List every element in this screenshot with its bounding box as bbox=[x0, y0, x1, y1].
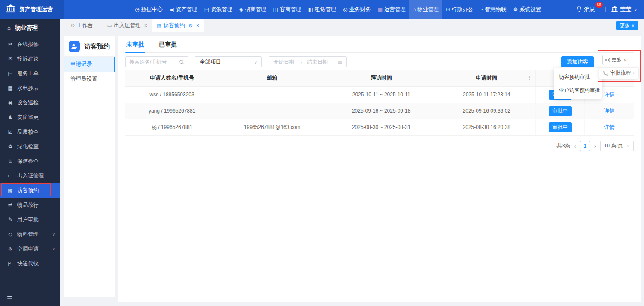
nav-asset-mgmt[interactable]: ▣资产管理 bbox=[166, 0, 200, 19]
close-icon[interactable]: × bbox=[144, 22, 148, 29]
top-nav: 资产管理运营 ◷数据中心 ▣资产管理 ▤资源管理 ◈招商管理 ◫客商管理 ◧租赁… bbox=[0, 0, 644, 19]
sort-control[interactable]: ▲ ▼ bbox=[528, 76, 531, 81]
sidebar-item-equipment-inspection[interactable]: ◉设备巡检 bbox=[0, 95, 60, 110]
nav-investment-mgmt[interactable]: ◈招商管理 bbox=[236, 0, 270, 19]
cell-visit-time: 2025-09-16 ~ 2025-09-18 bbox=[325, 103, 437, 119]
page-size-select[interactable]: 10 条/页 ∨ bbox=[600, 141, 634, 151]
end-date-placeholder: 结束日期 bbox=[307, 58, 328, 66]
chevron-right-icon: › bbox=[633, 71, 634, 76]
nav-system-settings[interactable]: ⚙系统设置 bbox=[510, 0, 544, 19]
lease-mgmt-icon: ◧ bbox=[308, 6, 313, 12]
sidebar-item-greening-inspection[interactable]: ✿绿化检查 bbox=[0, 139, 60, 154]
approval-flow-menu-item[interactable]: 审批流程 › bbox=[599, 67, 639, 79]
tab-pending-approval[interactable]: 未审批 bbox=[125, 38, 145, 52]
col-header-apply-time: 申请时间 ▲ ▼ bbox=[437, 70, 536, 86]
messages-button[interactable]: 消息 66 bbox=[576, 6, 595, 13]
visitor-tab-icon: ▧ bbox=[157, 23, 161, 28]
nav-data-center[interactable]: ◷数据中心 bbox=[131, 0, 166, 19]
more-actions-button[interactable]: 更多 ∨ bbox=[602, 55, 629, 65]
greening-icon: ✿ bbox=[7, 144, 13, 150]
sidebar-item-material-management[interactable]: ◇物料管理∨ bbox=[0, 227, 60, 242]
cell-apply-time: 2025-08-30 16:20:38 bbox=[437, 119, 536, 135]
open-tabs-bar: ⊙ 工作台 ▭ 出入证管理 × ▧ 访客预约 ↻ × 更多 ∨ bbox=[60, 19, 644, 32]
submenu-item-visitor-approval[interactable]: 访客预约审批 bbox=[554, 70, 602, 84]
menu-item-admin-settings[interactable]: 管理员设置 bbox=[64, 72, 115, 87]
cell-actions: 详情 bbox=[584, 103, 634, 119]
next-page-button[interactable]: › bbox=[594, 143, 596, 150]
sidebar-item-online-repair[interactable]: ✂在线报修 bbox=[0, 37, 60, 52]
cell-apply-time: 2025-10-11 17:23:14 bbox=[437, 86, 536, 103]
sidebar-footer: ☰ bbox=[0, 290, 60, 306]
repair-icon: ✂ bbox=[7, 41, 13, 47]
sidebar-item-ac-application[interactable]: ❄空调申请∨ bbox=[0, 242, 60, 256]
merchant-mgmt-icon: ◫ bbox=[273, 6, 278, 12]
cell-actions: 详情 bbox=[584, 119, 634, 135]
approval-tabs: 未审批 已审批 bbox=[125, 38, 634, 53]
material-icon: ◇ bbox=[7, 231, 13, 237]
sidebar-item-security-patrol[interactable]: ♟安防巡更 bbox=[0, 110, 60, 125]
details-link[interactable]: 详情 bbox=[604, 124, 614, 130]
sidebar-item-courier-collection[interactable]: ◰快递代收 bbox=[0, 256, 60, 271]
admin-office-icon: ⊡ bbox=[446, 6, 450, 12]
cell-applicant: yang / 19965267881 bbox=[125, 103, 219, 119]
menu-item-application-records[interactable]: 申请记录 bbox=[64, 57, 115, 72]
tabs-more-button[interactable]: 更多 ∨ bbox=[616, 21, 638, 30]
search-button[interactable] bbox=[176, 57, 188, 67]
approval-flow-submenu: 访客预约审批 业户访客预约审批 bbox=[554, 68, 602, 99]
status-badge: 审批中 bbox=[549, 106, 572, 116]
tab-approved[interactable]: 已审批 bbox=[158, 38, 178, 52]
tab-visitor-reservation[interactable]: ▧ 访客预约 ↻ × bbox=[152, 19, 204, 32]
sidebar-item-pass-management[interactable]: ▭出入证管理 bbox=[0, 168, 60, 183]
property-mgmt-icon: ⌂ bbox=[413, 6, 416, 12]
close-icon[interactable]: × bbox=[196, 22, 200, 29]
nav-finance[interactable]: ◎业务财务 bbox=[340, 0, 374, 19]
app-logo[interactable]: 资产管理运营 bbox=[0, 0, 64, 19]
nav-lease-mgmt[interactable]: ◧租赁管理 bbox=[305, 0, 340, 19]
sidebar-item-service-ticket[interactable]: ▤服务工单 bbox=[0, 66, 60, 81]
nav-merchant-mgmt[interactable]: ◫客商管理 bbox=[270, 0, 304, 19]
bank-logo-icon bbox=[6, 4, 15, 15]
sidebar-item-goods-release[interactable]: ⇄物品放行 bbox=[0, 198, 60, 212]
tab-pass-management[interactable]: ▭ 出入证管理 × bbox=[103, 19, 152, 32]
sidebar-item-complaints[interactable]: ✉投诉建议 bbox=[0, 52, 60, 66]
cell-email bbox=[219, 86, 325, 103]
complaint-icon: ✉ bbox=[7, 56, 13, 62]
sidebar-item-meter-reading[interactable]: ▦水电抄表 bbox=[0, 81, 60, 95]
data-center-icon: ◷ bbox=[135, 6, 139, 12]
equipment-icon: ◉ bbox=[7, 100, 13, 106]
search-input[interactable] bbox=[126, 57, 176, 67]
nav-smart-iot[interactable]: ◔智慧物联 bbox=[477, 0, 510, 19]
cleaning-icon: ♨ bbox=[7, 158, 13, 164]
details-link[interactable]: 详情 bbox=[604, 92, 614, 98]
page-number-button[interactable]: 1 bbox=[580, 141, 590, 151]
start-date-placeholder: 开始日期 bbox=[273, 58, 294, 66]
submenu-item-tenant-visitor-approval[interactable]: 业户访客预约审批 bbox=[554, 84, 602, 97]
user-menu[interactable]: 莹莹 ∨ bbox=[611, 6, 637, 13]
date-range-picker[interactable]: 开始日期 → 结束日期 ▦ bbox=[269, 56, 347, 67]
panel-header: 访客预约 bbox=[64, 36, 115, 57]
filter-bar: 全部项目 ∨ 开始日期 → 结束日期 ▦ 添加访客 bbox=[125, 56, 634, 67]
nav-admin-office[interactable]: ⊡行政办公 bbox=[442, 0, 477, 19]
sidebar-header-property-mgmt[interactable]: ⌂ 物业管理 bbox=[0, 19, 60, 37]
sidebar-menu: ✂在线报修 ✉投诉建议 ▤服务工单 ▦水电抄表 ◉设备巡检 ♟安防巡更 ☑品质核… bbox=[0, 37, 60, 290]
tab-workbench[interactable]: ⊙ 工作台 bbox=[66, 19, 98, 32]
refresh-icon[interactable]: ↻ bbox=[188, 23, 193, 29]
sidebar-item-quality-check[interactable]: ☑品质核查 bbox=[0, 125, 60, 139]
sidebar-item-user-approval[interactable]: ✎用户审批 bbox=[0, 212, 60, 227]
collapse-sidebar-icon[interactable]: ☰ bbox=[7, 295, 12, 302]
details-link[interactable]: 详情 bbox=[604, 108, 614, 114]
tab-divider bbox=[100, 23, 100, 28]
sidebar-item-cleaning-inspection[interactable]: ♨保洁检查 bbox=[0, 154, 60, 168]
calendar-icon: ▦ bbox=[338, 59, 342, 65]
add-visitor-button[interactable]: 添加访客 bbox=[561, 56, 594, 67]
cell-status: 审批中 bbox=[536, 103, 585, 119]
sidebar-item-visitor-reservation[interactable]: ▧访客预约 bbox=[0, 183, 60, 198]
nav-resource-mgmt[interactable]: ▤资源管理 bbox=[201, 0, 236, 19]
nav-operations[interactable]: ▥运营管理 bbox=[374, 0, 409, 19]
visitor-reservation-panel: 访客预约 申请记录 管理员设置 bbox=[64, 36, 115, 297]
prev-page-button[interactable]: ‹ bbox=[574, 143, 576, 150]
pagination: 共3条 ‹ 1 › 10 条/页 ∨ bbox=[125, 141, 634, 151]
message-count-badge: 66 bbox=[595, 2, 603, 8]
nav-property-mgmt[interactable]: ⌂物业管理 bbox=[409, 0, 442, 19]
project-select[interactable]: 全部项目 ∨ bbox=[195, 56, 262, 67]
